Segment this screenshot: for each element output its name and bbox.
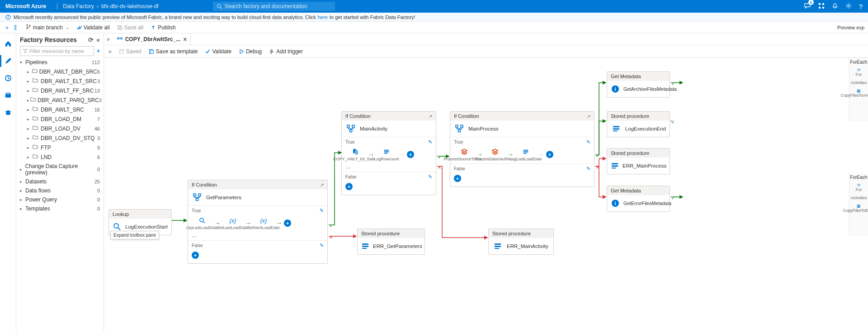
svg-rect-30 xyxy=(196,198,198,201)
breadcrumb-root[interactable]: Data Factory xyxy=(63,3,94,9)
add-activity-button[interactable]: + xyxy=(407,151,414,158)
expand-icon[interactable]: ↗ xyxy=(429,114,432,119)
mini-activity[interactable]: LogLastLoadDate xyxy=(515,147,536,162)
filter-input[interactable]: Filter resources by name xyxy=(20,46,94,56)
add-activity-button[interactable]: + xyxy=(284,220,291,227)
edit-false-button[interactable]: ✎ xyxy=(428,174,432,180)
expand-rail-icon[interactable]: » xyxy=(5,24,9,31)
tree-folder[interactable]: ▸DBR_AWLT_FF_SRC13 xyxy=(16,86,104,95)
mini-activity[interactable]: LkpLastLoadDate xyxy=(192,216,212,230)
expand-icon[interactable]: ↗ xyxy=(320,182,324,187)
gear-icon[interactable] xyxy=(845,3,852,10)
manage-icon[interactable] xyxy=(4,91,12,99)
tree-folder[interactable]: ▸DBR_AWLT_SRC16 xyxy=(16,105,104,114)
edit-true-button[interactable]: ✎ xyxy=(320,208,324,214)
publish-button[interactable]: Publish xyxy=(151,24,175,31)
tree-group[interactable]: ▸Data flows0 xyxy=(16,186,104,195)
expand-tabs-icon[interactable]: » xyxy=(107,36,110,42)
validate-button[interactable]: Validate xyxy=(205,48,231,55)
breadcrumb-leaf[interactable]: bfx-dbr-dv-lakehouse-df xyxy=(101,3,159,9)
node-sp-err-mainprocess[interactable]: Stored procedure ERR_MainProcess xyxy=(607,148,670,174)
node-foreach-archive[interactable]: ForEach ⟳For Activities ▦CopyFilesToArch… xyxy=(849,58,868,121)
git-icon[interactable] xyxy=(12,24,19,31)
search-input[interactable]: Search factory and documentation xyxy=(213,2,335,11)
false-label: False xyxy=(192,243,203,248)
close-tab-button[interactable]: × xyxy=(183,36,187,43)
expand-icon[interactable]: ↗ xyxy=(587,114,590,119)
tree-group[interactable]: ▸Datasets25 xyxy=(16,177,104,186)
author-icon[interactable] xyxy=(4,57,12,65)
copy-icon: ▦ xyxy=(857,204,861,208)
info-link[interactable]: here xyxy=(318,14,328,20)
learn-icon[interactable] xyxy=(4,108,12,117)
svg-rect-2 xyxy=(819,3,821,5)
bell-icon[interactable] xyxy=(832,3,838,10)
validate-all-button[interactable]: Validate all xyxy=(76,24,110,31)
mini-activity[interactable]: ProcessSourceToSta... xyxy=(454,147,475,162)
node-name: MainActivity xyxy=(360,126,387,131)
tree-folder[interactable]: ▸DBR_LOAD_DM7 xyxy=(16,114,104,124)
save-all-button[interactable]: Save all xyxy=(117,24,144,31)
tree-folder[interactable]: ▸DBR_LOAD_DV_STQ3 xyxy=(16,133,104,143)
svg-rect-44 xyxy=(495,243,501,245)
databricks-icon xyxy=(491,147,500,156)
preview-label[interactable]: Preview exp xyxy=(837,25,864,30)
node-sp-logexecutionend[interactable]: Stored procedure LogExecutionEnd xyxy=(607,111,670,137)
add-trigger-button[interactable]: Add trigger xyxy=(269,48,303,55)
tree-group[interactable]: ▸Templates0 xyxy=(16,204,104,213)
add-resource-button[interactable]: + xyxy=(97,48,100,54)
edit-false-button[interactable]: ✎ xyxy=(586,166,590,172)
mini-activity[interactable]: {x}SetLastLoadDate xyxy=(222,216,243,230)
tree-folder[interactable]: ▸FTP9 xyxy=(16,143,104,152)
save-template-button[interactable]: Save as template xyxy=(149,48,198,55)
ellipsis[interactable]: … xyxy=(345,164,432,170)
feedback-icon[interactable] xyxy=(804,2,811,11)
monitor-icon[interactable] xyxy=(4,74,12,82)
add-activity-button[interactable]: + xyxy=(546,151,553,158)
refresh-icon[interactable]: ⟳ xyxy=(88,36,94,43)
tree-group[interactable]: ▾Pipelines112 xyxy=(16,58,104,67)
debug-button[interactable]: Debug xyxy=(239,48,262,55)
node-ifcond-getparameters[interactable]: If Condition↗ GetParameters True ✎ LkpLa… xyxy=(188,180,328,264)
ellipsis[interactable]: … xyxy=(192,232,324,238)
mini-activity[interactable]: LogRowcount xyxy=(376,147,397,162)
node-foreach-error[interactable]: ForEach ⟳For Activities ▦CopyFilesToErro… xyxy=(849,173,868,236)
mini-activity[interactable]: {x}SetNextLoadDate xyxy=(253,216,274,230)
svg-text:i: i xyxy=(614,86,616,92)
edit-true-button[interactable]: ✎ xyxy=(586,139,590,145)
svg-rect-4 xyxy=(819,7,821,9)
mini-activity[interactable]: COPY_AWLT_03_Sale... xyxy=(345,147,366,162)
node-sp-err-mainactivity[interactable]: Stored procedure ERR_MainActivity xyxy=(488,229,554,255)
tree-folder[interactable]: ▸DBR_AWLT_ELT_SRC3 xyxy=(16,76,104,86)
expand-toolbox-icon[interactable]: » xyxy=(108,48,112,55)
pipeline-canvas[interactable]: Lookup LogExecutionStart Expand toolbox … xyxy=(104,58,868,332)
apps-icon[interactable] xyxy=(818,3,825,10)
foreach-icon: ⟳ xyxy=(857,183,861,187)
add-activity-button[interactable]: + xyxy=(192,252,199,259)
tree-folder[interactable]: ▸DBR_AWLT_DBR_SRC6 xyxy=(16,67,104,76)
node-ifcond-mainactivity[interactable]: If Condition↗ MainActivity True ✎ COPY_A… xyxy=(341,111,436,195)
tree-group[interactable]: ▸Power Query0 xyxy=(16,195,104,204)
help-icon[interactable]: ? xyxy=(859,3,863,10)
svg-point-12 xyxy=(29,25,30,26)
branch-label: main branch xyxy=(33,24,63,31)
home-icon[interactable] xyxy=(4,40,12,48)
svg-point-31 xyxy=(200,218,203,222)
mini-activity[interactable]: ProcessDataVaultNo... xyxy=(485,147,505,162)
tree-folder[interactable]: ▸DBR_AWLT_PARQ_SRC3 xyxy=(16,95,104,105)
node-sp-err-getparameters[interactable]: Stored procedure ERR_GetParameters xyxy=(357,229,425,255)
tree-folder[interactable]: ▸LND6 xyxy=(16,152,104,162)
tree-group[interactable]: ▸Change Data Capture (preview)0 xyxy=(16,162,104,177)
node-getmetadata-archive[interactable]: Get Metadata iGetArchiveFilesMetadata xyxy=(607,71,670,98)
collapse-panel-icon[interactable]: « xyxy=(96,36,100,43)
edit-true-button[interactable]: ✎ xyxy=(428,139,432,145)
edit-false-button[interactable]: ✎ xyxy=(320,243,324,248)
tab-active[interactable]: COPY_DbrAwltSrc_... × xyxy=(113,33,191,45)
add-activity-button[interactable]: + xyxy=(454,175,461,182)
branch-selector[interactable]: main branch ⌄ xyxy=(33,24,69,31)
node-getmetadata-error[interactable]: Get Metadata iGetErrorFilesMetadata xyxy=(607,186,670,212)
tree-folder[interactable]: ▸DBR_LOAD_DV46 xyxy=(16,124,104,133)
add-activity-button[interactable]: + xyxy=(345,183,353,190)
node-ifcond-mainprocess[interactable]: If Condition↗ MainProcess True ✎ Process… xyxy=(450,111,594,187)
node-name: GetArchiveFilesMetadata xyxy=(623,86,677,92)
